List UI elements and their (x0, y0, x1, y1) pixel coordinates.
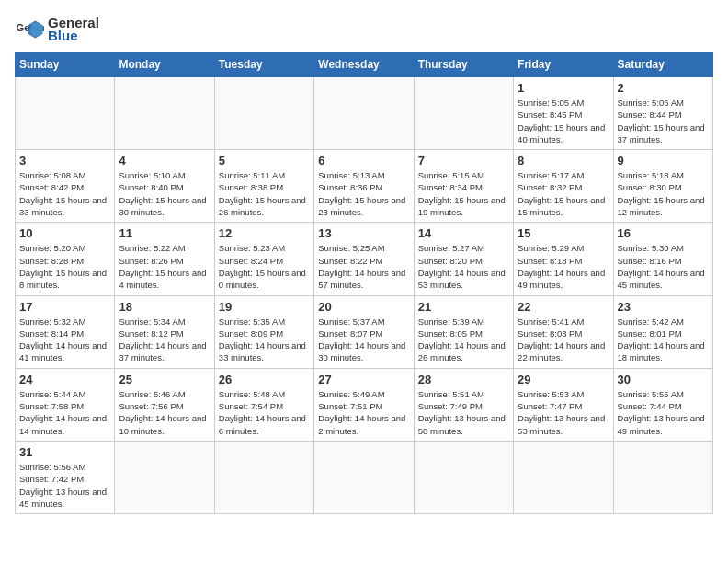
calendar-cell: 22Sunrise: 5:41 AM Sunset: 8:03 PM Dayli… (514, 295, 613, 368)
day-info: Sunrise: 5:35 AM Sunset: 8:09 PM Dayligh… (219, 316, 310, 364)
day-info: Sunrise: 5:34 AM Sunset: 8:12 PM Dayligh… (119, 316, 210, 364)
day-info: Sunrise: 5:42 AM Sunset: 8:01 PM Dayligh… (618, 316, 709, 364)
calendar-cell: 10Sunrise: 5:20 AM Sunset: 8:28 PM Dayli… (16, 223, 115, 295)
day-info: Sunrise: 5:46 AM Sunset: 7:56 PM Dayligh… (119, 388, 210, 437)
day-number: 9 (618, 154, 709, 167)
calendar-cell: 19Sunrise: 5:35 AM Sunset: 8:09 PM Dayli… (214, 295, 313, 368)
calendar-week-row: 3Sunrise: 5:08 AM Sunset: 8:42 PM Daylig… (16, 150, 713, 223)
day-number: 29 (518, 373, 609, 386)
day-info: Sunrise: 5:51 AM Sunset: 7:49 PM Dayligh… (418, 388, 509, 437)
calendar-cell: 15Sunrise: 5:29 AM Sunset: 8:18 PM Dayli… (514, 223, 613, 295)
calendar-cell: 12Sunrise: 5:23 AM Sunset: 8:24 PM Dayli… (214, 223, 313, 295)
weekday-header: Tuesday (214, 52, 313, 77)
weekday-header: Wednesday (314, 52, 414, 77)
day-number: 10 (19, 226, 110, 240)
calendar-cell: 3Sunrise: 5:08 AM Sunset: 8:42 PM Daylig… (16, 150, 115, 223)
weekday-header: Friday (514, 52, 613, 77)
calendar-cell: 6Sunrise: 5:13 AM Sunset: 8:36 PM Daylig… (314, 150, 414, 223)
weekday-header: Sunday (16, 52, 115, 77)
calendar-cell: 1Sunrise: 5:05 AM Sunset: 8:45 PM Daylig… (514, 77, 613, 150)
day-number: 31 (19, 445, 110, 459)
logo-icon: General (15, 15, 44, 44)
calendar-cell: 14Sunrise: 5:27 AM Sunset: 8:20 PM Dayli… (414, 223, 513, 295)
day-info: Sunrise: 5:55 AM Sunset: 7:44 PM Dayligh… (618, 388, 709, 437)
day-info: Sunrise: 5:29 AM Sunset: 8:18 PM Dayligh… (518, 242, 609, 291)
day-number: 8 (518, 154, 609, 167)
day-info: Sunrise: 5:44 AM Sunset: 7:58 PM Dayligh… (19, 388, 110, 437)
day-number: 4 (119, 154, 210, 167)
day-info: Sunrise: 5:32 AM Sunset: 8:14 PM Dayligh… (19, 316, 110, 364)
calendar-cell: 8Sunrise: 5:17 AM Sunset: 8:32 PM Daylig… (514, 150, 613, 223)
calendar-cell (414, 441, 513, 513)
day-number: 12 (219, 226, 310, 240)
calendar-cell (214, 77, 313, 150)
weekday-header: Saturday (613, 52, 712, 77)
day-number: 3 (19, 154, 110, 167)
page-header: General General Blue (15, 15, 713, 44)
day-info: Sunrise: 5:23 AM Sunset: 8:24 PM Dayligh… (219, 242, 310, 291)
calendar-cell: 18Sunrise: 5:34 AM Sunset: 8:12 PM Dayli… (115, 295, 214, 368)
day-info: Sunrise: 5:25 AM Sunset: 8:22 PM Dayligh… (318, 242, 409, 291)
day-info: Sunrise: 5:56 AM Sunset: 7:42 PM Dayligh… (19, 461, 110, 510)
day-info: Sunrise: 5:48 AM Sunset: 7:54 PM Dayligh… (219, 388, 310, 437)
day-info: Sunrise: 5:41 AM Sunset: 8:03 PM Dayligh… (518, 316, 609, 364)
calendar-cell: 24Sunrise: 5:44 AM Sunset: 7:58 PM Dayli… (16, 368, 115, 441)
day-info: Sunrise: 5:10 AM Sunset: 8:40 PM Dayligh… (119, 169, 210, 218)
day-info: Sunrise: 5:15 AM Sunset: 8:34 PM Dayligh… (418, 169, 509, 218)
calendar-cell: 16Sunrise: 5:30 AM Sunset: 8:16 PM Dayli… (613, 223, 712, 295)
calendar-cell (314, 77, 414, 150)
calendar-cell: 20Sunrise: 5:37 AM Sunset: 8:07 PM Dayli… (314, 295, 414, 368)
day-info: Sunrise: 5:53 AM Sunset: 7:47 PM Dayligh… (518, 388, 609, 437)
day-number: 24 (19, 373, 110, 386)
weekday-header: Monday (115, 52, 214, 77)
calendar-cell: 17Sunrise: 5:32 AM Sunset: 8:14 PM Dayli… (16, 295, 115, 368)
calendar-cell: 29Sunrise: 5:53 AM Sunset: 7:47 PM Dayli… (514, 368, 613, 441)
calendar-cell (414, 77, 513, 150)
calendar-cell: 23Sunrise: 5:42 AM Sunset: 8:01 PM Dayli… (613, 295, 712, 368)
logo: General General Blue (15, 15, 99, 44)
calendar-cell (514, 441, 613, 513)
calendar-cell: 7Sunrise: 5:15 AM Sunset: 8:34 PM Daylig… (414, 150, 513, 223)
day-number: 25 (119, 373, 210, 386)
day-info: Sunrise: 5:18 AM Sunset: 8:30 PM Dayligh… (618, 169, 709, 218)
day-number: 1 (518, 81, 609, 95)
day-number: 28 (418, 373, 509, 386)
day-number: 5 (219, 154, 310, 167)
calendar-cell (115, 77, 214, 150)
day-number: 18 (119, 300, 210, 314)
calendar-cell: 26Sunrise: 5:48 AM Sunset: 7:54 PM Dayli… (214, 368, 313, 441)
day-info: Sunrise: 5:05 AM Sunset: 8:45 PM Dayligh… (518, 97, 609, 145)
day-info: Sunrise: 5:37 AM Sunset: 8:07 PM Dayligh… (318, 316, 409, 364)
day-number: 17 (19, 300, 110, 314)
calendar-cell: 31Sunrise: 5:56 AM Sunset: 7:42 PM Dayli… (16, 441, 115, 513)
logo-blue-text: Blue (48, 29, 99, 44)
calendar-week-row: 17Sunrise: 5:32 AM Sunset: 8:14 PM Dayli… (16, 295, 713, 368)
calendar-cell (115, 441, 214, 513)
calendar-cell: 5Sunrise: 5:11 AM Sunset: 8:38 PM Daylig… (214, 150, 313, 223)
day-number: 7 (418, 154, 509, 167)
day-info: Sunrise: 5:17 AM Sunset: 8:32 PM Dayligh… (518, 169, 609, 218)
day-number: 14 (418, 226, 509, 240)
calendar-cell: 13Sunrise: 5:25 AM Sunset: 8:22 PM Dayli… (314, 223, 414, 295)
calendar-cell: 28Sunrise: 5:51 AM Sunset: 7:49 PM Dayli… (414, 368, 513, 441)
day-info: Sunrise: 5:08 AM Sunset: 8:42 PM Dayligh… (19, 169, 110, 218)
calendar-cell (214, 441, 313, 513)
calendar-table: SundayMondayTuesdayWednesdayThursdayFrid… (15, 52, 713, 514)
calendar-cell: 27Sunrise: 5:49 AM Sunset: 7:51 PM Dayli… (314, 368, 414, 441)
day-number: 2 (618, 81, 709, 95)
day-number: 16 (618, 226, 709, 240)
day-info: Sunrise: 5:22 AM Sunset: 8:26 PM Dayligh… (119, 242, 210, 291)
day-info: Sunrise: 5:20 AM Sunset: 8:28 PM Dayligh… (19, 242, 110, 291)
day-info: Sunrise: 5:06 AM Sunset: 8:44 PM Dayligh… (618, 97, 709, 145)
day-number: 6 (318, 154, 409, 167)
weekday-header: Thursday (414, 52, 513, 77)
calendar-cell (16, 77, 115, 150)
day-info: Sunrise: 5:49 AM Sunset: 7:51 PM Dayligh… (318, 388, 409, 437)
calendar-cell: 11Sunrise: 5:22 AM Sunset: 8:26 PM Dayli… (115, 223, 214, 295)
calendar-header-row: SundayMondayTuesdayWednesdayThursdayFrid… (16, 52, 713, 77)
calendar-week-row: 10Sunrise: 5:20 AM Sunset: 8:28 PM Dayli… (16, 223, 713, 295)
day-number: 21 (418, 300, 509, 314)
day-number: 20 (318, 300, 409, 314)
calendar-cell: 2Sunrise: 5:06 AM Sunset: 8:44 PM Daylig… (613, 77, 712, 150)
calendar-cell: 25Sunrise: 5:46 AM Sunset: 7:56 PM Dayli… (115, 368, 214, 441)
